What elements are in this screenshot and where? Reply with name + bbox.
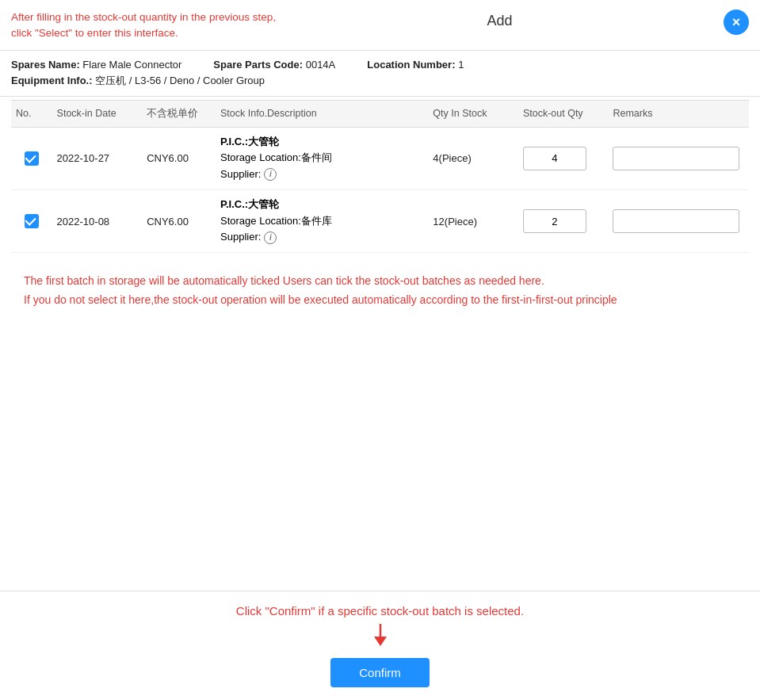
info-row-1: Spares Name: Flare Male Connector Spare … — [11, 59, 749, 71]
close-button[interactable]: × — [724, 10, 749, 35]
row1-stockout-qty-cell — [518, 127, 609, 189]
row1-remarks-cell — [608, 127, 749, 189]
row1-checkbox-cell — [11, 127, 52, 189]
spares-name-item: Spares Name: Flare Male Connector — [11, 59, 181, 71]
row1-qty-in-stock: 4(Piece) — [428, 127, 518, 189]
row1-stockout-qty-input[interactable] — [523, 147, 586, 170]
row1-pic: P.I.C.:大管轮 — [220, 134, 423, 151]
equipment-info-item: Equipment Info.: 空压机 / L3-56 / Deno / Co… — [11, 74, 265, 88]
row1-supplier-info-icon[interactable]: i — [264, 168, 277, 181]
row2-date: 2022-10-08 — [52, 189, 143, 252]
spares-name-value: Flare Male Connector — [82, 59, 181, 71]
location-number-value: 1 — [458, 59, 464, 71]
confirm-button-row: Confirm — [0, 653, 760, 700]
row1-pic-label: P.I.C.:大管轮 — [220, 136, 279, 147]
table-header-row: No. Stock-in Date 不含税单价 Stock Info.Descr… — [11, 100, 749, 127]
row1-remarks-input[interactable] — [613, 147, 739, 170]
table-row: 2022-10-27 CNY6.00 P.I.C.:大管轮 Storage Lo… — [11, 127, 749, 189]
col-header-desc: Stock Info.Description — [216, 100, 428, 127]
close-icon: × — [732, 14, 741, 31]
col-header-date: Stock-in Date — [52, 100, 143, 127]
row2-desc: P.I.C.:大管轮 Storage Location:备件库 Supplier… — [216, 189, 428, 252]
svg-marker-1 — [374, 637, 387, 646]
row2-remarks-input[interactable] — [613, 209, 739, 233]
dialog-title: Add — [487, 13, 512, 29]
instruction-line1: After filling in the stock-out quantity … — [11, 11, 276, 23]
row2-pic: P.I.C.:大管轮 — [220, 197, 423, 213]
row1-desc: P.I.C.:大管轮 Storage Location:备件间 Supplier… — [216, 127, 428, 189]
row2-supplier-info-icon[interactable]: i — [264, 231, 277, 244]
row2-price: CNY6.00 — [142, 189, 216, 252]
row2-storage-label: Storage Location:备件库 — [220, 215, 332, 227]
equipment-info-value: 空压机 / L3-56 / Deno / Cooler Group — [95, 75, 265, 86]
row1-storage-label: Storage Location:备件间 — [220, 151, 332, 163]
location-number-item: Location Number: 1 — [367, 59, 464, 71]
row1-price: CNY6.00 — [142, 127, 216, 189]
row2-qty-in-stock: 12(Piece) — [428, 189, 518, 252]
spares-name-label: Spares Name: — [11, 59, 80, 71]
explanation-line1: The first batch in storage will be autom… — [24, 274, 544, 287]
row2-supplier-text: Supplier: — [220, 229, 261, 246]
header-bar: After filling in the stock-out quantity … — [0, 0, 760, 51]
spare-parts-code-item: Spare Parts Code: 0014A — [213, 59, 335, 71]
location-number-label: Location Number: — [367, 59, 455, 71]
row1-storage: Storage Location:备件间 — [220, 150, 423, 166]
explanation-line2: If you do not select it here,the stock-o… — [24, 293, 617, 306]
table-row: 2022-10-08 CNY6.00 P.I.C.:大管轮 Storage Lo… — [11, 189, 749, 252]
row2-stockout-qty-cell — [518, 189, 609, 252]
row1-checkbox[interactable] — [25, 151, 39, 166]
bottom-section: Click "Confirm" if a specific stock-out … — [0, 591, 760, 700]
row2-checkbox[interactable] — [25, 214, 39, 228]
col-header-stockout: Stock-out Qty — [518, 100, 609, 127]
info-row-2: Equipment Info.: 空压机 / L3-56 / Deno / Co… — [11, 74, 749, 88]
confirm-button[interactable]: Confirm — [330, 658, 430, 687]
row2-storage: Storage Location:备件库 — [220, 213, 423, 230]
spare-parts-code-label: Spare Parts Code: — [213, 59, 303, 71]
row2-supplier: Supplier: i — [220, 229, 423, 246]
stock-table: No. Stock-in Date 不含税单价 Stock Info.Descr… — [11, 100, 749, 254]
row1-date: 2022-10-27 — [52, 127, 143, 189]
explanation-text: The first batch in storage will be autom… — [24, 272, 736, 310]
col-header-no: No. — [11, 100, 52, 127]
header-instruction: After filling in the stock-out quantity … — [11, 10, 276, 42]
arrow-down-icon — [372, 624, 388, 646]
row1-supplier-text: Supplier: — [220, 166, 261, 183]
row1-supplier: Supplier: i — [220, 166, 423, 183]
col-header-qty: Qty In Stock — [428, 100, 518, 127]
header-instruction-block: After filling in the stock-out quantity … — [11, 10, 276, 42]
explanation-section: The first batch in storage will be autom… — [0, 253, 760, 323]
row2-pic-label: P.I.C.:大管轮 — [220, 198, 279, 210]
table-container: No. Stock-in Date 不含税单价 Stock Info.Descr… — [0, 100, 760, 254]
confirm-hint: Click "Confirm" if a specific stock-out … — [0, 591, 760, 624]
row2-stockout-qty-input[interactable] — [523, 209, 586, 233]
spare-parts-code-value: 0014A — [306, 59, 336, 71]
col-header-price: 不含税单价 — [142, 100, 216, 127]
equipment-info-label: Equipment Info.: — [11, 75, 93, 86]
row2-checkbox-cell — [11, 189, 52, 252]
arrow-down — [0, 624, 760, 648]
info-section: Spares Name: Flare Male Connector Spare … — [0, 51, 760, 97]
col-header-remarks: Remarks — [608, 100, 749, 127]
row2-remarks-cell — [608, 189, 749, 252]
instruction-line2: click "Select" to enter this interface. — [11, 27, 178, 39]
